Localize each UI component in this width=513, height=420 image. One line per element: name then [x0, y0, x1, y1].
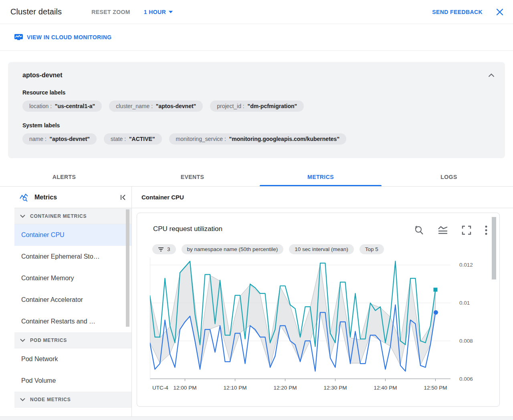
teal-end-marker	[434, 287, 438, 291]
system-label-chip-monitoring_service: monitoring_service : "monitoring.googlea…	[169, 133, 346, 145]
page-title: Cluster details	[10, 7, 62, 16]
y-axis-label: 0.012	[459, 262, 473, 268]
tab-logs[interactable]: LOGS	[385, 168, 513, 186]
collapse-panel-icon[interactable]	[488, 72, 495, 79]
close-icon[interactable]	[496, 8, 503, 16]
cluster-name: aptos-devnet	[22, 72, 491, 79]
monitoring-link-row: VIEW IN CLOUD MONITORING	[0, 24, 513, 51]
sidebar-item-container-memory[interactable]: Container Memory	[14, 267, 131, 289]
sidebar-header: Metrics	[14, 187, 131, 208]
tab-bar: ALERTSEVENTSMETRICSLOGS	[0, 158, 513, 187]
x-axis-label: 12:50 PM	[424, 385, 447, 391]
x-axis-label: 12:40 PM	[374, 385, 397, 391]
resource-labels-heading: Resource labels	[22, 89, 491, 96]
resource-label-chip-location: location : "us-central1-a"	[22, 100, 102, 112]
chart-chip-1[interactable]: 10 sec interval (mean)	[289, 244, 354, 254]
y-axis-label: 0.006	[459, 376, 473, 382]
resource-label-chip-cluster_name: cluster_name : "aptos-devnet"	[109, 100, 203, 112]
y-axis-label: 0.01	[459, 300, 470, 306]
sidebar-scrollbar[interactable]	[126, 209, 129, 327]
x-axis-label: 12:00 PM	[174, 385, 197, 391]
chart-area: 0.0120.010.0080.00612:00 PM12:10 PM12:20…	[137, 256, 499, 397]
chart-chip-2[interactable]: Top 5	[360, 244, 384, 254]
chart-filter-chips: 3by namespace name (50th percentile)10 s…	[137, 235, 499, 256]
system-labels-heading: System labels	[22, 122, 491, 129]
section-header-container-metrics[interactable]: CONTAINER METRICS	[14, 208, 131, 224]
min-max-band	[150, 262, 436, 369]
time-range-dropdown[interactable]: 1 HOUR	[144, 9, 173, 15]
sidebar-item-pod-network[interactable]: Pod Network	[14, 348, 131, 370]
chart-card: CPU request utilization	[137, 213, 500, 407]
timezone-label: UTC-4	[152, 385, 168, 391]
cluster-details-panel: aptos-devnet Resource labels location : …	[8, 62, 505, 158]
more-options-icon[interactable]	[485, 225, 487, 235]
page-background-strip	[0, 416, 513, 420]
metric-group-title: Container CPU	[141, 194, 184, 201]
tab-events[interactable]: EVENTS	[128, 168, 256, 186]
section-header-pod-metrics[interactable]: POD METRICS	[14, 332, 131, 348]
monitoring-chart-icon	[14, 34, 23, 40]
sidebar-item-pod-volume[interactable]: Pod Volume	[14, 370, 131, 392]
x-axis-label: 12:20 PM	[274, 385, 297, 391]
tab-metrics[interactable]: METRICS	[256, 168, 385, 186]
y-axis-label: 0.008	[459, 338, 473, 344]
sidebar-item-container-ephemeral-sto[interactable]: Container Ephemeral Sto…	[14, 246, 131, 267]
metrics-content: Metrics CONTAINER METRICSContainer CPUCo…	[0, 187, 513, 416]
dialog-header: Cluster details RESET ZOOM 1 HOUR SEND F…	[0, 0, 513, 24]
tab-alerts[interactable]: ALERTS	[0, 168, 128, 186]
cpu-utilization-chart[interactable]: 0.0120.010.0080.00612:00 PM12:10 PM12:20…	[150, 257, 487, 396]
filter-icon	[158, 247, 164, 252]
sidebar-title: Metrics	[34, 194, 115, 201]
sidebar-item-container-cpu[interactable]: Container CPU	[14, 224, 131, 246]
send-feedback-button[interactable]: SEND FEEDBACK	[432, 9, 483, 15]
x-axis-label: 12:30 PM	[324, 385, 347, 391]
time-range-value: 1 HOUR	[144, 9, 166, 15]
main-scrollbar[interactable]	[492, 217, 496, 279]
chart-chip-0[interactable]: by namespace name (50th percentile)	[182, 244, 284, 254]
metrics-explorer-icon	[19, 193, 29, 202]
fullscreen-icon[interactable]	[462, 225, 471, 235]
metrics-main: Container CPU CPU request utilization	[132, 187, 513, 416]
x-axis-label: 12:10 PM	[224, 385, 247, 391]
system-label-chip-name: name : "aptos-devnet"	[22, 133, 97, 145]
collapse-sidebar-icon[interactable]	[120, 195, 126, 200]
zoom-reset-icon[interactable]	[414, 225, 424, 235]
chevron-down-icon	[169, 11, 173, 13]
system-labels-chips: name : "aptos-devnet"state : "ACTIVE"mon…	[22, 133, 491, 145]
legend-toggle-icon[interactable]	[438, 225, 448, 235]
resource-labels-chips: location : "us-central1-a"cluster_name :…	[22, 100, 491, 112]
system-label-chip-state: state : "ACTIVE"	[104, 133, 162, 145]
filter-count-chip[interactable]: 3	[152, 244, 176, 254]
section-header-node-metrics[interactable]: NODE METRICS	[14, 392, 131, 408]
metric-group-header: Container CPU	[132, 187, 513, 208]
sidebar-item-container-restarts-and[interactable]: Container Restarts and …	[14, 311, 131, 332]
metrics-sidebar: Metrics CONTAINER METRICSContainer CPUCo…	[14, 187, 132, 416]
chart-title: CPU request utilization	[153, 225, 414, 233]
blue-end-marker	[434, 310, 438, 315]
sidebar-item-container-accelerator[interactable]: Container Accelerator	[14, 289, 131, 311]
cluster-panel-wrap: aptos-devnet Resource labels location : …	[0, 51, 513, 158]
view-in-cloud-monitoring-link[interactable]: VIEW IN CLOUD MONITORING	[14, 34, 112, 40]
reset-zoom-button[interactable]: RESET ZOOM	[91, 9, 130, 15]
resource-label-chip-project_id: project_id : "dm-pcfmigration"	[210, 100, 304, 112]
